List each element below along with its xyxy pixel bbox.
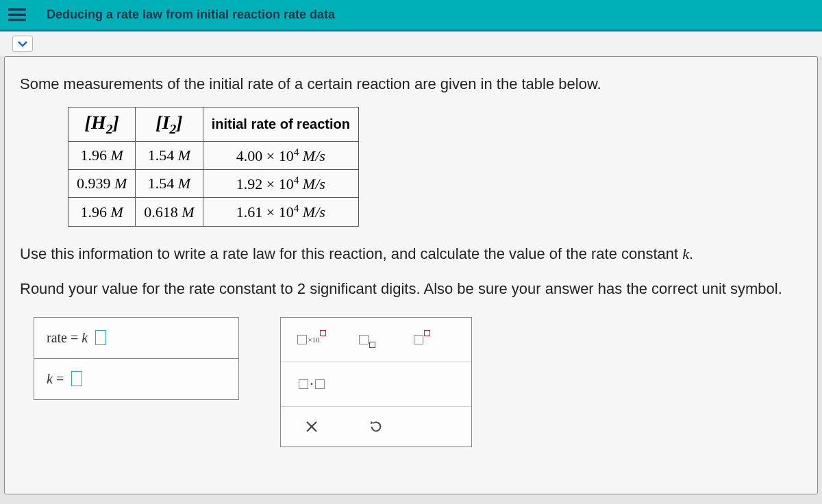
cell-h2: 1.96 M: [68, 198, 136, 226]
close-icon: [305, 420, 319, 433]
prompt-rate-law: Use this information to write a rate law…: [20, 242, 802, 266]
tool-subscript[interactable]: [351, 329, 382, 351]
tool-multiply-dot[interactable]: ·: [296, 373, 327, 395]
tool-row-actions: [281, 406, 471, 446]
table-row: 1.96 M 0.618 M 1.61 × 104 M/s: [68, 198, 359, 226]
rate-input-row[interactable]: rate = k: [34, 318, 238, 358]
col-header-i2: [I2]: [136, 108, 203, 142]
table-row: 1.96 M 1.54 M 4.00 × 104 M/s: [68, 141, 359, 169]
tool-row-1: ×10: [281, 318, 471, 362]
k-answer-field[interactable]: [71, 371, 82, 386]
answer-area: rate = k k = ×10: [34, 317, 802, 447]
prompt-rounding: Round your value for the rate constant t…: [20, 277, 802, 301]
math-toolbox: ×10 ·: [280, 317, 472, 447]
cell-h2: 1.96 M: [68, 141, 136, 169]
intro-text: Some measurements of the initial rate of…: [20, 72, 802, 96]
table-header-row: [H2] [I2] initial rate of reaction: [68, 108, 359, 142]
svg-rect-2: [8, 18, 26, 21]
svg-rect-0: [8, 8, 26, 10]
tool-row-2: ·: [281, 362, 471, 406]
table-row: 0.939 M 1.54 M 1.92 × 104 M/s: [68, 170, 359, 198]
cell-h2: 0.939 M: [68, 170, 136, 198]
cell-i2: 1.54 M: [136, 170, 203, 198]
undo-icon: [369, 419, 384, 434]
answer-inputs: rate = k k =: [34, 317, 239, 400]
cell-i2: 0.618 M: [136, 198, 203, 226]
tool-superscript[interactable]: [406, 329, 437, 351]
equals-sign: =: [71, 330, 78, 345]
cell-rate: 1.61 × 104 M/s: [203, 198, 358, 226]
rate-label: rate: [47, 330, 67, 345]
cell-i2: 1.54 M: [136, 141, 203, 169]
chevron-down-icon: [17, 40, 28, 48]
cell-rate: 1.92 × 104 M/s: [203, 170, 358, 198]
svg-rect-1: [8, 13, 26, 15]
k-label: k: [47, 371, 53, 386]
data-table: [H2] [I2] initial rate of reaction 1.96 …: [68, 107, 359, 227]
k-symbol: k: [82, 330, 88, 345]
page-title: Deducing a rate law from initial reactio…: [47, 8, 335, 22]
menu-button[interactable]: [0, 0, 34, 31]
collapse-button[interactable]: [12, 36, 33, 52]
cell-rate: 4.00 × 104 M/s: [203, 141, 358, 169]
clear-button[interactable]: [300, 416, 323, 437]
equals-sign: =: [56, 371, 64, 386]
reset-button[interactable]: [364, 416, 388, 437]
tool-scientific[interactable]: ×10: [296, 329, 327, 351]
collapse-row: [0, 32, 822, 56]
rate-answer-field[interactable]: [95, 330, 106, 345]
topbar: Deducing a rate law from initial reactio…: [0, 0, 822, 32]
hamburger-icon: [8, 8, 26, 22]
col-header-h2: [H2]: [68, 108, 136, 142]
question-panel: Some measurements of the initial rate of…: [4, 56, 818, 494]
col-header-rate: initial rate of reaction: [203, 108, 358, 142]
k-input-row[interactable]: k =: [34, 358, 238, 399]
